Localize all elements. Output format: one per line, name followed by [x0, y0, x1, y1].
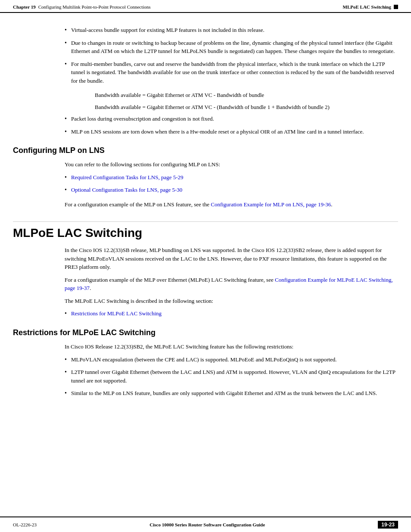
configuring-mlp-heading: Configuring MLP on LNS — [13, 146, 398, 155]
list-item: • Packet loss during oversubscription an… — [13, 115, 398, 123]
footer-book-title: Cisco 10000 Series Router Software Confi… — [149, 522, 265, 527]
footer-para-prefix: For a configuration example of the MLP o… — [65, 201, 211, 208]
bullet-dot: • — [65, 389, 67, 398]
list-item: • Similar to the MLP on LNS feature, bun… — [13, 389, 398, 398]
list-item: • Required Configuration Tasks for LNS, … — [13, 173, 398, 182]
page-header: Chapter 19 Configuring Multilink Point-t… — [0, 0, 411, 13]
para2-prefix: For a configuration example of the MLP o… — [65, 277, 275, 283]
bullet-text: Similar to the MLP on LNS feature, bundl… — [71, 389, 377, 398]
required-config-link[interactable]: Required Configuration Tasks for LNS, pa… — [71, 174, 184, 180]
bullet-text: MLPoVLAN encapsulation (between the CPE … — [71, 355, 337, 364]
list-item: • MLPoVLAN encapsulation (between the CP… — [13, 355, 398, 364]
formula-1: Bandwidth available = Gigabit Ethernet o… — [13, 91, 398, 100]
bullet-dot: • — [65, 26, 67, 34]
bullet-text: MLP on LNS sessions are torn down when t… — [71, 128, 364, 136]
bullet-dot: • — [65, 39, 67, 56]
formula-2: Bandwidth available = Gigabit Ethernet o… — [13, 103, 398, 112]
header-square-icon — [394, 5, 398, 9]
link-item[interactable]: Optional Configuration Tasks for LNS, pa… — [71, 186, 182, 194]
bullet-text: For multi-member bundles, carve out and … — [71, 60, 398, 85]
bullet-dot: • — [65, 186, 67, 194]
configuring-mlp-intro: You can refer to the following sections … — [13, 160, 398, 169]
bullet-dot: • — [65, 368, 67, 385]
header-right: MLPoE LAC Switching — [343, 4, 398, 9]
configuring-mlp-footer-para: For a configuration example of the MLP o… — [13, 200, 398, 209]
bullet-text: L2TP tunnel over Gigabit Ethernet (betwe… — [71, 368, 398, 385]
configuring-mlp-links-list: • Required Configuration Tasks for LNS, … — [13, 173, 398, 194]
bullet-dot: • — [65, 128, 67, 136]
bullet-text: Virtual-access bundle support for existi… — [71, 26, 265, 34]
list-item: • Optional Configuration Tasks for LNS, … — [13, 186, 398, 194]
mlpoe-lac-para3: The MLPoE LAC Switching is described in … — [13, 297, 398, 305]
page-content: • Virtual-access bundle support for exis… — [0, 13, 411, 429]
bullet-text: Packet loss during oversubscription and … — [71, 115, 214, 123]
bullet-dot: • — [65, 60, 67, 85]
footer-page-number: 19-23 — [378, 521, 398, 529]
header-chapter: Chapter 19 — [13, 4, 36, 9]
list-item: • L2TP tunnel over Gigabit Ethernet (bet… — [13, 368, 398, 385]
bottom-bullet-list: • Packet loss during oversubscription an… — [13, 115, 398, 136]
optional-config-link[interactable]: Optional Configuration Tasks for LNS, pa… — [71, 187, 182, 193]
footer-doc-id: OL-2226-23 — [13, 522, 37, 527]
restrictions-bullet-list: • MLPoVLAN encapsulation (between the CP… — [13, 355, 398, 398]
bullet-dot: • — [65, 115, 67, 123]
footer-para-suffix: . — [331, 201, 332, 208]
list-item: • Due to changes in route or switching t… — [13, 39, 398, 56]
mlpoe-lac-para1: In the Cisco IOS 12.2(33)SB release, MLP… — [13, 246, 398, 271]
header-section-title: MLPoE LAC Switching — [343, 4, 391, 9]
bullet-dot: • — [65, 173, 67, 182]
link-item[interactable]: Required Configuration Tasks for LNS, pa… — [71, 173, 184, 182]
restrictions-link[interactable]: Restrictions for MLPoE LAC Switching — [71, 310, 162, 317]
header-chapter-title: Configuring Multilink Point-to-Point Pro… — [38, 4, 151, 9]
para2-suffix: . — [90, 285, 91, 291]
list-item: • MLP on LNS sessions are torn down when… — [13, 128, 398, 136]
restrictions-heading: Restrictions for MLPoE LAC Switching — [13, 328, 398, 337]
list-item: • Restrictions for MLPoE LAC Switching — [13, 309, 398, 318]
header-left: Chapter 19 Configuring Multilink Point-t… — [13, 4, 151, 9]
bullet-dot: • — [65, 309, 67, 318]
restrictions-intro: In Cisco IOS Release 12.2(33)SB2, the ML… — [13, 342, 398, 351]
restrictions-link-item[interactable]: Restrictions for MLPoE LAC Switching — [71, 309, 162, 318]
list-item: • For multi-member bundles, carve out an… — [13, 60, 398, 85]
bullet-text: Due to changes in route or switching to … — [71, 39, 398, 56]
mlpoe-lac-links-list: • Restrictions for MLPoE LAC Switching — [13, 309, 398, 318]
bullet-dot: • — [65, 355, 67, 364]
page-footer: OL-2226-23 Cisco 10000 Series Router Sof… — [0, 516, 411, 532]
mlpoe-lac-para2: For a configuration example of the MLP o… — [13, 276, 398, 292]
config-example-lns-link[interactable]: Configuration Example for MLP on LNS, pa… — [211, 201, 331, 208]
mlpoe-lac-heading: MLPoE LAC Switching — [13, 221, 398, 240]
top-bullet-list: • Virtual-access bundle support for exis… — [13, 26, 398, 85]
list-item: • Virtual-access bundle support for exis… — [13, 26, 398, 34]
